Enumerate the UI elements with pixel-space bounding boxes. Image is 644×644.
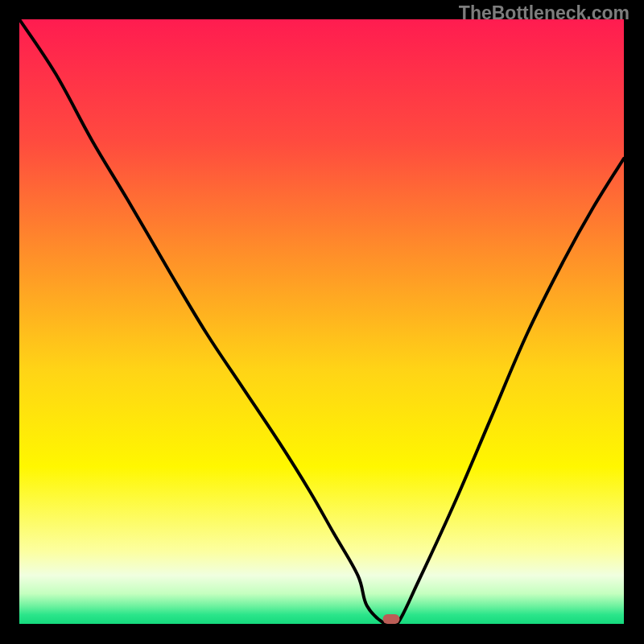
chart-stage: TheBottleneck.com bbox=[0, 0, 644, 644]
plot-area bbox=[19, 19, 624, 624]
watermark-text: TheBottleneck.com bbox=[459, 2, 630, 24]
bottleneck-curve bbox=[19, 19, 624, 624]
optimal-marker bbox=[382, 614, 399, 624]
